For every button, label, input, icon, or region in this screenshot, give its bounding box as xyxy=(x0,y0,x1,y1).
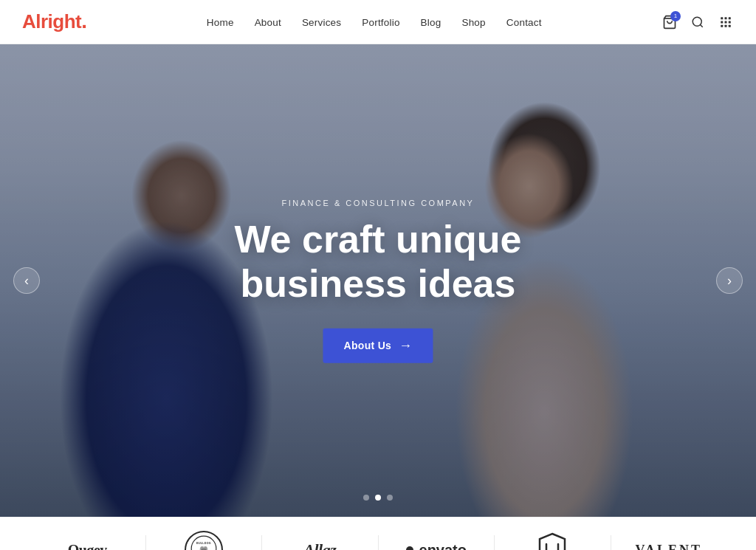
nav-item-home[interactable]: Home xyxy=(207,16,234,29)
hero-subtitle: FINANCE & CONSULTING COMPANY xyxy=(234,199,521,207)
hero-cta-arrow: → xyxy=(399,337,412,353)
brand-dot: . xyxy=(81,10,86,32)
bulldog-text: BULLDOG EST. 2010 xyxy=(190,535,217,550)
svg-rect-6 xyxy=(724,21,726,23)
envato-logo-container: envato xyxy=(406,542,467,551)
nav-item-contact[interactable]: Contact xyxy=(506,16,542,29)
svg-rect-7 xyxy=(729,21,731,23)
hero-cta-label: About Us xyxy=(344,340,392,351)
svg-rect-9 xyxy=(724,24,726,27)
hero-cta-button[interactable]: About Us → xyxy=(323,328,433,362)
logo-allaz-text: Allaz xyxy=(303,540,336,550)
navbar-icons: 1 xyxy=(662,14,734,30)
svg-rect-2 xyxy=(721,17,723,19)
hero-section: ‹ › FINANCE & CONSULTING COMPANY We craf… xyxy=(0,44,756,517)
nav-item-services[interactable]: Services xyxy=(302,16,341,29)
logo-strip: Qugey BULLDOG EST. 2010 Allaz xyxy=(0,517,756,550)
svg-rect-3 xyxy=(724,17,726,19)
nav-item-shop[interactable]: Shop xyxy=(461,16,485,29)
shield-icon xyxy=(537,532,568,550)
cart-count: 1 xyxy=(670,11,681,21)
logo-envato[interactable]: envato xyxy=(379,542,495,551)
main-nav: Home About Services Portfolio Blog Shop … xyxy=(207,16,542,29)
logo-qugey[interactable]: Qugey xyxy=(30,542,145,551)
nav-item-about[interactable]: About xyxy=(255,16,281,29)
svg-point-1 xyxy=(693,17,701,26)
search-icon[interactable] xyxy=(690,14,706,30)
grid-icon[interactable] xyxy=(718,14,734,30)
svg-rect-8 xyxy=(721,24,723,27)
svg-text:BULLDOG: BULLDOG xyxy=(196,542,211,545)
nav-item-portfolio[interactable]: Portfolio xyxy=(362,16,399,29)
logo-allaz[interactable]: Allaz xyxy=(262,540,378,550)
slider-next-button[interactable]: › xyxy=(716,267,743,294)
hero-title: We craft unique business ideas xyxy=(234,218,521,306)
logo-shield[interactable] xyxy=(495,532,611,550)
slider-dot-2[interactable] xyxy=(375,495,381,501)
envato-text: envato xyxy=(419,542,467,551)
logo-qugey-text: Qugey xyxy=(68,542,107,551)
cart-icon[interactable]: 1 xyxy=(662,14,678,30)
svg-rect-4 xyxy=(729,17,731,19)
svg-rect-5 xyxy=(721,21,723,23)
brand-name: Alright xyxy=(22,10,81,32)
navbar: Alright. Home About Services Portfolio B… xyxy=(0,0,756,44)
slider-dot-3[interactable] xyxy=(387,495,393,501)
slider-dot-1[interactable] xyxy=(363,495,369,501)
brand-logo[interactable]: Alright. xyxy=(22,11,87,32)
nav-item-blog[interactable]: Blog xyxy=(421,16,441,29)
envato-dot-icon xyxy=(406,546,413,550)
hero-content: FINANCE & CONSULTING COMPANY We craft un… xyxy=(234,199,521,363)
slider-prev-button[interactable]: ‹ xyxy=(13,267,40,294)
logo-bulldog[interactable]: BULLDOG EST. 2010 xyxy=(146,531,262,550)
logo-valent-text: VALENT xyxy=(635,543,702,551)
svg-rect-10 xyxy=(729,24,731,27)
bulldog-stamp: BULLDOG EST. 2010 xyxy=(185,531,223,550)
logo-valent[interactable]: VALENT xyxy=(611,543,727,551)
slider-dots xyxy=(363,495,393,501)
